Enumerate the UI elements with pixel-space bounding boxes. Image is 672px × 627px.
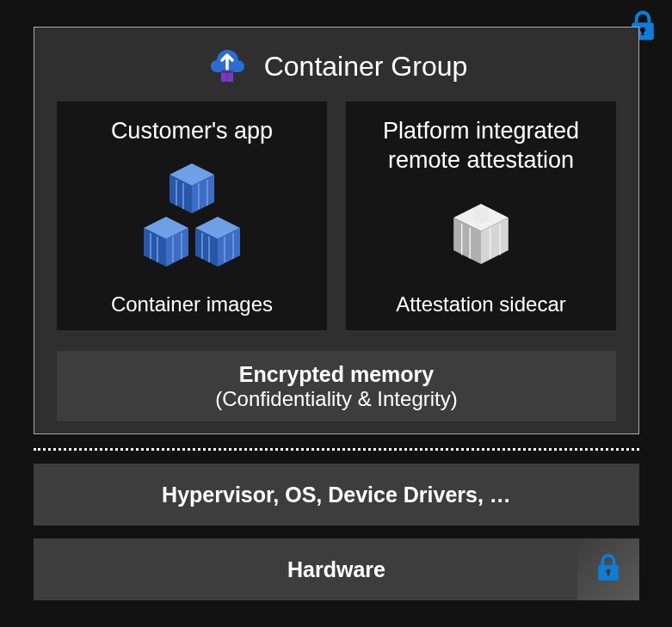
svg-rect-2 xyxy=(642,31,644,36)
svg-rect-37 xyxy=(607,572,609,576)
customer-app-box: Customer's app xyxy=(57,101,327,330)
lock-icon xyxy=(591,550,626,588)
attestation-title: Platform integrated remote attestation xyxy=(383,117,579,175)
customer-app-title: Customer's app xyxy=(111,117,273,146)
cloud-upload-icon xyxy=(206,43,249,89)
hardware-label: Hardware xyxy=(287,557,385,582)
container-images-icon xyxy=(132,153,252,286)
encrypted-memory-title: Encrypted memory xyxy=(239,362,434,387)
container-group-title: Container Group xyxy=(264,51,468,83)
svg-rect-4 xyxy=(221,71,233,73)
hardware-layer: Hardware xyxy=(34,538,639,600)
container-group: Container Group Customer's app xyxy=(34,27,639,434)
encrypted-memory: Encrypted memory (Confidentiality & Inte… xyxy=(57,351,616,421)
encrypted-memory-subtitle: (Confidentiality & Integrity) xyxy=(215,387,457,411)
hardware-lock-badge xyxy=(577,538,639,600)
attestation-sidecar-icon xyxy=(451,182,511,286)
hypervisor-layer: Hypervisor, OS, Device Drivers, … xyxy=(34,464,639,526)
container-group-header: Container Group xyxy=(34,28,638,101)
hypervisor-label: Hypervisor, OS, Device Drivers, … xyxy=(162,483,511,507)
attestation-caption: Attestation sidecar xyxy=(396,292,565,317)
containers-row: Customer's app xyxy=(34,101,638,330)
customer-app-caption: Container images xyxy=(111,292,273,317)
trust-boundary-divider xyxy=(34,448,639,451)
attestation-box: Platform integrated remote attestation A… xyxy=(346,101,616,330)
